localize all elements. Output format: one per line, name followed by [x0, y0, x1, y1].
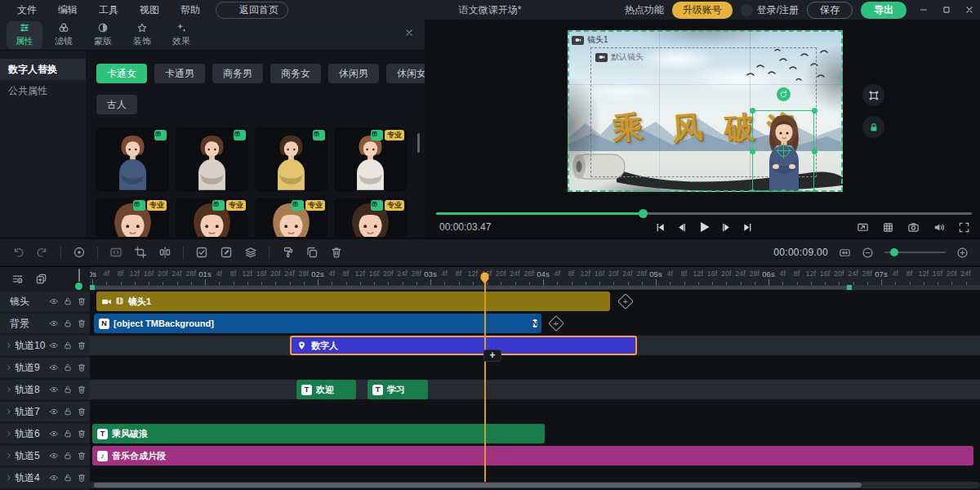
- menu-文件[interactable]: 文件: [7, 3, 47, 17]
- resize-handle[interactable]: [812, 149, 817, 154]
- frame-button[interactable]: [109, 246, 122, 259]
- avatar-thumbnail-8[interactable]: 专业: [334, 198, 407, 237]
- avatar-thumbnail-7[interactable]: 专业: [255, 198, 327, 237]
- add-keyframe-button[interactable]: [617, 293, 634, 310]
- time-ruler[interactable]: 0s4f8f12f16f20f24f28f01s4f8f12f16f20f24f…: [90, 267, 980, 285]
- clip-欢迎[interactable]: T欢迎: [296, 380, 356, 399]
- timeline-scrollbar-thumb[interactable]: [94, 483, 862, 488]
- toggle-lock-button[interactable]: [63, 385, 73, 394]
- track-header-轨道9[interactable]: 轨道9: [0, 358, 90, 377]
- toggle-lock-button[interactable]: [63, 429, 73, 439]
- toggle-visibility-button[interactable]: [49, 429, 59, 439]
- toggle-visibility-button[interactable]: [49, 318, 59, 328]
- layers-button[interactable]: [244, 246, 257, 259]
- clip-镜头1[interactable]: 镜头1: [96, 292, 610, 311]
- checklist-button[interactable]: [195, 246, 208, 259]
- delete-track-button[interactable]: [77, 363, 87, 372]
- track-header-轨道6[interactable]: 轨道6: [0, 424, 90, 443]
- minimize-button[interactable]: [918, 4, 929, 16]
- expand-chevron-icon[interactable]: [5, 363, 13, 372]
- frame-forward-button[interactable]: [720, 221, 733, 234]
- expand-chevron-icon[interactable]: [5, 385, 13, 394]
- add-segment-button[interactable]: +: [483, 350, 501, 362]
- header-marker-dot[interactable]: [75, 283, 82, 290]
- clip-[object TMBackground][interactable]: N[object TMBackground]N: [94, 314, 541, 333]
- toggle-visibility-button[interactable]: [49, 296, 59, 306]
- toggle-visibility-button[interactable]: [49, 407, 59, 416]
- playhead-line[interactable]: [484, 274, 486, 482]
- login-button[interactable]: 登录/注册: [741, 3, 799, 17]
- toggle-visibility-button[interactable]: [49, 385, 59, 394]
- maximize-button[interactable]: [941, 4, 952, 16]
- track-lane-轨道5[interactable]: ♪音乐合成片段: [90, 446, 980, 466]
- pen-button[interactable]: [220, 246, 233, 259]
- delete-track-button[interactable]: [77, 451, 87, 461]
- tab-装饰[interactable]: 装饰: [124, 21, 160, 49]
- clip-音乐合成片段[interactable]: ♪音乐合成片段: [92, 446, 973, 466]
- play-button[interactable]: [697, 220, 711, 234]
- record-button[interactable]: [73, 246, 86, 259]
- resize-handle[interactable]: [812, 189, 817, 193]
- paint-button[interactable]: [281, 246, 294, 259]
- delete-track-button[interactable]: [77, 385, 87, 394]
- add-keyframe-button[interactable]: [548, 315, 564, 332]
- copy-button[interactable]: [305, 246, 318, 259]
- back-home-button[interactable]: 返回首页: [216, 2, 288, 19]
- toggle-lock-button[interactable]: [63, 407, 73, 416]
- track-header-轨道7[interactable]: 轨道7: [0, 402, 90, 421]
- clip-学习[interactable]: T学习: [368, 380, 428, 399]
- progress-handle[interactable]: [639, 209, 648, 218]
- delete-track-button[interactable]: [77, 296, 87, 306]
- panel-close-icon[interactable]: [403, 27, 415, 38]
- add-track-button[interactable]: [35, 273, 47, 285]
- clip-乘风破浪[interactable]: T乘风破浪: [92, 424, 545, 443]
- split-button[interactable]: [158, 246, 172, 259]
- avatar-thumbnail-1[interactable]: [96, 127, 169, 191]
- rotate-handle[interactable]: [777, 87, 791, 101]
- anchor-crosshair-icon[interactable]: [777, 145, 790, 157]
- avatar-thumbnail-6[interactable]: 专业: [176, 198, 248, 237]
- track-header-镜头[interactable]: 镜头: [0, 292, 90, 311]
- skip-end-button[interactable]: [742, 221, 754, 234]
- track-header-轨道8[interactable]: 轨道8: [0, 380, 90, 399]
- grid-button[interactable]: [882, 221, 894, 234]
- timeline-zoom-slider[interactable]: [884, 247, 946, 257]
- menu-编辑[interactable]: 编辑: [47, 3, 88, 17]
- category-古人[interactable]: 古人: [96, 95, 137, 114]
- track-lane-轨道10[interactable]: 数字人: [90, 336, 980, 355]
- avatar-thumbnail-2[interactable]: [176, 127, 248, 191]
- track-header-背景[interactable]: 背景: [0, 314, 90, 333]
- toggle-visibility-button[interactable]: [49, 341, 59, 350]
- category-休闲女[interactable]: 休闲女: [386, 64, 425, 83]
- expand-chevron-icon[interactable]: [5, 474, 13, 482]
- resize-handle[interactable]: [750, 108, 755, 114]
- timeline-scrollbar[interactable]: [90, 482, 980, 488]
- track-list-button[interactable]: [11, 273, 24, 285]
- lock-button[interactable]: [862, 116, 884, 138]
- delete-track-button[interactable]: [77, 473, 87, 483]
- tab-滤镜[interactable]: 滤镜: [46, 21, 82, 49]
- track-header-轨道4[interactable]: 轨道4: [0, 468, 90, 488]
- toggle-lock-button[interactable]: [63, 363, 73, 372]
- resize-handle[interactable]: [750, 149, 755, 154]
- toggle-visibility-button[interactable]: [49, 473, 59, 483]
- delete-track-button[interactable]: [77, 318, 87, 328]
- fit-timeline-button[interactable]: [839, 247, 851, 259]
- track-lane-轨道7[interactable]: [90, 402, 980, 421]
- expand-chevron-icon[interactable]: [5, 408, 13, 416]
- menu-视图[interactable]: 视图: [129, 3, 170, 17]
- delete-track-button[interactable]: [77, 429, 87, 439]
- screen-button[interactable]: [857, 221, 869, 234]
- toggle-lock-button[interactable]: [63, 296, 73, 306]
- expand-chevron-icon[interactable]: [5, 341, 13, 350]
- category-卡通男[interactable]: 卡通男: [154, 64, 205, 83]
- track-lane-轨道8[interactable]: T欢迎T学习: [90, 380, 980, 399]
- export-button[interactable]: 导出: [861, 2, 906, 19]
- avatar-thumbnail-5[interactable]: 专业: [96, 198, 169, 237]
- undo-button[interactable]: [11, 246, 24, 259]
- delete-track-button[interactable]: [77, 341, 87, 350]
- sidebar-item-公共属性[interactable]: 公共属性: [0, 80, 86, 101]
- skip-start-button[interactable]: [654, 221, 666, 234]
- track-lane-镜头[interactable]: 镜头1: [90, 292, 980, 311]
- track-header-轨道5[interactable]: 轨道5: [0, 446, 90, 466]
